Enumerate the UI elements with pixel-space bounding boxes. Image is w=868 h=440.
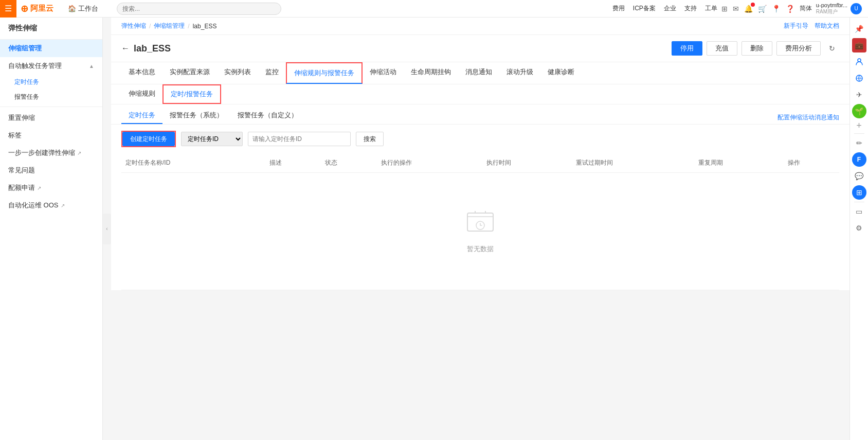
nav-link-cost[interactable]: 费用 (612, 4, 625, 13)
task-id-filter-select[interactable]: 定时任务ID (181, 132, 243, 146)
right-icon-chat[interactable]: 💬 (852, 169, 866, 183)
create-scheduled-task-button[interactable]: 创建定时任务 (122, 132, 175, 146)
sidebar-item-scheduled-task[interactable]: 定时任务 (0, 75, 102, 90)
external-link-icon3: ↗ (61, 203, 65, 208)
lang-selector[interactable]: 简体 (800, 4, 812, 13)
avatar: U (851, 3, 862, 14)
sidebar-item-quota[interactable]: 配额申请 ↗ (0, 179, 102, 197)
notification-badge (751, 3, 755, 7)
breadcrumb-current: lab_ESS (193, 23, 217, 30)
page-title: lab_ESS (134, 43, 171, 54)
right-icon-globe[interactable] (852, 71, 866, 85)
tab-basic-info[interactable]: 基本信息 (121, 62, 162, 84)
sub-tabs-container: 伸缩规则 定时/报警任务 (111, 84, 849, 104)
breadcrumb-sep-2: / (188, 23, 189, 30)
right-icon-briefcase[interactable]: 💼 (852, 38, 866, 52)
inner-tab-alarm-system[interactable]: 报警任务（系统） (162, 108, 230, 124)
tab-health-diagnosis[interactable]: 健康诊断 (540, 62, 582, 84)
right-icon-leaf[interactable]: 🌱 (852, 104, 866, 118)
col-name-id: 定时任务名称/ID (121, 153, 265, 173)
help-doc-link[interactable]: 帮助文档 (815, 22, 839, 30)
right-icon-plane[interactable]: ✈ (852, 87, 866, 102)
breadcrumb-sep-1: / (149, 23, 151, 30)
location-icon[interactable]: 📍 (772, 5, 781, 13)
right-icon-window[interactable]: ▭ (852, 204, 866, 219)
tab-instance-config[interactable]: 实例配置来源 (162, 62, 217, 84)
toolbar: 创建定时任务 定时任务ID 搜索 (111, 125, 849, 153)
empty-state: 暂无数据 (125, 178, 835, 285)
username-text: u-poytmfbr... RAM用户 (816, 2, 847, 15)
col-description: 描述 (265, 153, 321, 173)
inner-tab-scheduled[interactable]: 定时任务 (121, 108, 162, 124)
tab-monitor[interactable]: 监控 (258, 62, 286, 84)
bell-icon[interactable]: 🔔 (744, 5, 753, 13)
right-icon-pin[interactable]: 📌 (852, 22, 866, 36)
sub-tab-scaling-rule[interactable]: 伸缩规则 (121, 85, 162, 103)
nav-link-icp[interactable]: ICP备案 (633, 4, 656, 13)
tab-rolling-upgrade[interactable]: 滚动升级 (499, 62, 540, 84)
apps-icon[interactable]: ⊞ (721, 5, 728, 13)
new-guide-link[interactable]: 新手引导 (784, 22, 808, 30)
sidebar-item-guide[interactable]: 一步一步创建弹性伸缩 ↗ (0, 144, 102, 162)
breadcrumb: 弹性伸缩 / 伸缩组管理 / lab_ESS (121, 22, 216, 30)
right-icon-cloud[interactable]: F (852, 152, 866, 167)
home-icon: 🏠 (68, 5, 76, 12)
hamburger-button[interactable]: ☰ (0, 0, 16, 17)
back-button[interactable]: ← (121, 44, 130, 53)
sidebar-divider (0, 107, 102, 107)
email-icon[interactable]: ✉ (733, 5, 739, 13)
inner-tabs-area: 定时任务 报警任务（系统） 报警任务（自定义） 配置伸缩活动消息通知 (111, 104, 849, 125)
nav-link-enterprise[interactable]: 企业 (664, 4, 676, 13)
sub-tab-scheduled-alarm[interactable]: 定时/报警任务 (164, 85, 220, 103)
sidebar-item-oos[interactable]: 自动化运维 OOS ↗ (0, 197, 102, 214)
tab-notification[interactable]: 消息通知 (458, 62, 499, 84)
breadcrumb-item-2[interactable]: 伸缩组管理 (154, 22, 185, 30)
external-link-icon2: ↗ (37, 185, 41, 191)
alarm-task-tabs: 定时任务 报警任务（系统） 报警任务（自定义） (121, 108, 305, 124)
breadcrumb-bar: 弹性伸缩 / 伸缩组管理 / lab_ESS 新手引导 帮助文档 (111, 17, 849, 35)
sidebar-item-auto-task[interactable]: 自动触发任务管理 ▲ (0, 57, 102, 75)
nav-link-support[interactable]: 支持 (684, 4, 697, 13)
sidebar-item-reset[interactable]: 重置伸缩 (0, 109, 102, 127)
user-area[interactable]: u-poytmfbr... RAM用户 U (816, 2, 862, 15)
task-id-input[interactable] (248, 132, 351, 146)
sidebar-item-alarm-task[interactable]: 报警任务 (0, 90, 102, 104)
right-icon-edit[interactable]: ✏ (852, 136, 866, 150)
col-repeat-cycle: 重复周期 (694, 153, 783, 173)
tab-instance-list[interactable]: 实例列表 (217, 62, 258, 84)
search-input[interactable] (117, 3, 281, 15)
right-icon-grid[interactable]: ⊞ (852, 185, 866, 200)
workbench-label: 工作台 (78, 4, 98, 13)
search-bar (117, 3, 281, 15)
config-notification-link[interactable]: 配置伸缩活动消息通知 (777, 110, 839, 122)
right-icon-user[interactable] (852, 55, 866, 69)
col-actions: 操作 (784, 153, 839, 173)
nav-link-ticket[interactable]: 工单 (705, 4, 717, 13)
nav-links: 费用 ICP备案 企业 支持 工单 (612, 4, 717, 13)
help-icon[interactable]: ❓ (786, 5, 794, 13)
main-layout: 弹性伸缩 伸缩组管理 自动触发任务管理 ▲ 定时任务 报警任务 重置伸缩 标签 … (0, 17, 868, 440)
sidebar-collapse-button[interactable]: ‹ (103, 214, 111, 244)
refresh-button[interactable]: ↻ (825, 41, 839, 56)
tab-scaling-activity[interactable]: 伸缩活动 (363, 62, 404, 84)
sidebar-item-scaling-group[interactable]: 伸缩组管理 (0, 40, 102, 57)
inner-tab-alarm-custom[interactable]: 报警任务（自定义） (230, 108, 305, 124)
delete-button[interactable]: 删除 (742, 41, 772, 56)
tab-scaling-rules[interactable]: 伸缩规则与报警任务 (286, 62, 363, 84)
stop-button[interactable]: 停用 (672, 41, 702, 56)
breadcrumb-item-1[interactable]: 弹性伸缩 (121, 22, 146, 30)
sidebar-item-tags[interactable]: 标签 (0, 127, 102, 144)
recharge-button[interactable]: 充值 (707, 41, 737, 56)
sidebar-item-faq[interactable]: 常见问题 (0, 162, 102, 179)
search-button[interactable]: 搜索 (356, 132, 384, 146)
right-icon-add[interactable]: + (856, 120, 862, 131)
hamburger-icon: ☰ (5, 4, 12, 13)
content-area: 弹性伸缩 / 伸缩组管理 / lab_ESS 新手引导 帮助文档 ← lab_E… (111, 17, 849, 440)
sub-tabs-row: 伸缩规则 定时/报警任务 (121, 84, 839, 104)
tab-lifecycle[interactable]: 生命周期挂钩 (404, 62, 458, 84)
workbench-link[interactable]: 🏠 工作台 (64, 4, 102, 13)
right-icon-settings[interactable]: ⚙ (852, 221, 866, 235)
cart-icon[interactable]: 🛒 (758, 5, 767, 13)
scheduled-tasks-table: 定时任务名称/ID 描述 状态 执行的操作 执行时间 重试过期时间 重复周期 操… (121, 153, 839, 290)
cost-analysis-button[interactable]: 费用分析 (776, 41, 821, 56)
